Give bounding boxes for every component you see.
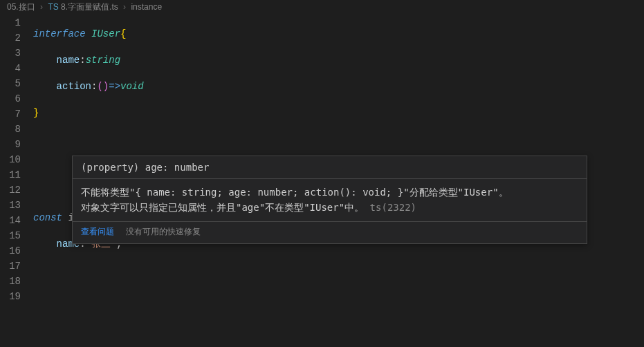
line-number: 3: [0, 46, 21, 61]
no-quickfix-label: 没有可用的快速修复: [126, 227, 201, 236]
line-number: 13: [0, 198, 21, 213]
line-number: 6: [0, 91, 21, 106]
keyword: interface: [33, 28, 86, 39]
line-number: 11: [0, 167, 21, 182]
breadcrumb-file[interactable]: 8.字面量赋值.ts: [61, 2, 118, 12]
line-number: 15: [0, 228, 21, 243]
brace: {: [120, 28, 126, 39]
error-code: ts(2322): [370, 202, 416, 213]
arrow: =>: [109, 81, 120, 92]
error-line: 对象文字可以只指定已知属性，并且"age"不在类型"IUser"中。: [81, 202, 364, 213]
line-number: 17: [0, 259, 21, 274]
type-name: void: [120, 81, 144, 92]
breadcrumb[interactable]: 05.接口 › TS 8.字面量赋值.ts › instance: [0, 0, 644, 15]
type-name: string: [86, 55, 120, 66]
error-line: 不能将类型"{ name: string; age: number; actio…: [81, 187, 508, 198]
line-number: 4: [0, 61, 21, 76]
property: name: [57, 55, 80, 66]
brace: }: [33, 107, 39, 118]
line-number: 16: [0, 243, 21, 259]
line-number-gutter: 1 2 3 4 5 6 7 8 9 10 11 12 13 14 15 16 1…: [0, 15, 33, 347]
view-problem-link[interactable]: 查看问题: [81, 227, 114, 236]
breadcrumb-symbol[interactable]: instance: [131, 2, 162, 12]
line-number: 1: [0, 15, 21, 30]
breadcrumb-folder[interactable]: 05.接口: [7, 2, 35, 12]
paren: (: [97, 81, 102, 92]
line-number: 10: [0, 152, 21, 167]
line-number: 18: [0, 274, 21, 289]
file-lang-badge: TS: [48, 2, 58, 12]
chevron-right-icon: ›: [123, 2, 126, 12]
error-hover-tooltip: (property) age: number 不能将类型"{ name: str…: [72, 156, 587, 244]
keyword: const: [33, 212, 62, 223]
paren: ): [103, 81, 109, 92]
chevron-right-icon: ›: [40, 2, 43, 12]
type-name: IUser: [91, 28, 120, 39]
line-number: 5: [0, 76, 21, 91]
line-number: 2: [0, 30, 21, 46]
line-number: 9: [0, 137, 21, 152]
hover-actions: 查看问题 没有可用的快速修复: [73, 222, 587, 243]
line-number: 12: [0, 182, 21, 198]
line-number: 19: [0, 289, 21, 304]
hover-error-message: 不能将类型"{ name: string; age: number; actio…: [73, 179, 587, 221]
punct: :: [80, 55, 85, 66]
hover-signature: (property) age: number: [73, 156, 587, 178]
property: action: [57, 81, 91, 92]
line-number: 8: [0, 122, 21, 137]
line-number: 14: [0, 213, 21, 228]
line-number: 7: [0, 106, 21, 122]
